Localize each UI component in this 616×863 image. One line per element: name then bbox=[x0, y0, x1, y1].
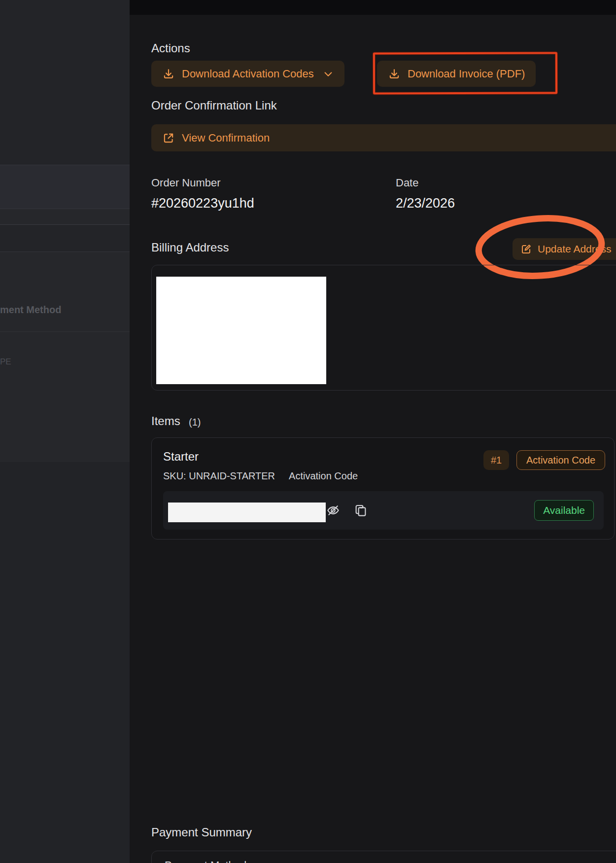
confirmation-title: Order Confirmation Link bbox=[151, 99, 277, 112]
download-activation-codes-button[interactable]: Download Activation Codes bbox=[151, 61, 344, 87]
sidebar-processor-label: PE bbox=[0, 356, 11, 368]
sidebar-selected-row[interactable] bbox=[0, 165, 130, 209]
sidebar-payment-method-label: ment Method bbox=[0, 303, 61, 317]
sidebar-row[interactable] bbox=[0, 224, 130, 252]
top-bar bbox=[130, 0, 616, 15]
payment-summary-title: Payment Summary bbox=[151, 826, 252, 839]
activation-code-box: Available bbox=[163, 491, 604, 530]
view-confirmation-button[interactable]: View Confirmation bbox=[151, 124, 616, 151]
billing-address-title: Billing Address bbox=[151, 241, 229, 254]
copy-icon[interactable] bbox=[353, 503, 368, 518]
update-address-button[interactable]: Update Address bbox=[513, 238, 616, 260]
payment-summary-card: Payment Method bbox=[151, 851, 616, 863]
item-sku: SKU: UNRAID-STARTER bbox=[163, 470, 275, 481]
view-confirmation-label: View Confirmation bbox=[182, 132, 270, 144]
download-icon bbox=[162, 68, 175, 80]
date-label: Date bbox=[396, 177, 418, 189]
external-link-icon bbox=[162, 132, 175, 144]
billing-address-redacted bbox=[156, 277, 326, 384]
payment-method-label: Payment Method bbox=[165, 859, 246, 863]
date-value: 2/23/2026 bbox=[396, 196, 455, 211]
chevron-down-icon bbox=[323, 69, 334, 79]
item-kind: Activation Code bbox=[289, 470, 358, 481]
eye-off-icon[interactable] bbox=[326, 503, 341, 518]
order-number-label: Order Number bbox=[151, 177, 221, 189]
item-sku-row: SKU: UNRAID-STARTERActivation Code bbox=[163, 470, 358, 482]
red-box-annotation bbox=[373, 52, 557, 95]
sidebar: ment Method PE bbox=[0, 0, 130, 863]
order-details-page: ment Method PE Actions Download Activati… bbox=[0, 0, 616, 863]
item-card: Starter SKU: UNRAID-STARTERActivation Co… bbox=[151, 437, 615, 539]
items-title: Items bbox=[151, 414, 180, 428]
edit-pencil-icon bbox=[520, 243, 532, 255]
actions-title: Actions bbox=[151, 41, 190, 55]
sidebar-divider bbox=[0, 331, 130, 332]
sidebar-section-top bbox=[0, 0, 130, 165]
sidebar-section-bottom bbox=[0, 462, 130, 863]
download-activation-codes-label: Download Activation Codes bbox=[182, 68, 314, 80]
items-count: (1) bbox=[189, 417, 201, 428]
item-index-badge: #1 bbox=[483, 450, 509, 470]
activation-code-badge: Activation Code bbox=[516, 450, 605, 470]
status-badge: Available bbox=[534, 500, 594, 521]
activation-code-field-redacted[interactable] bbox=[168, 503, 326, 522]
billing-address-card bbox=[151, 265, 616, 391]
item-name: Starter bbox=[163, 450, 199, 464]
order-number-value: #20260223yu1hd bbox=[151, 196, 254, 211]
update-address-label: Update Address bbox=[538, 243, 611, 255]
